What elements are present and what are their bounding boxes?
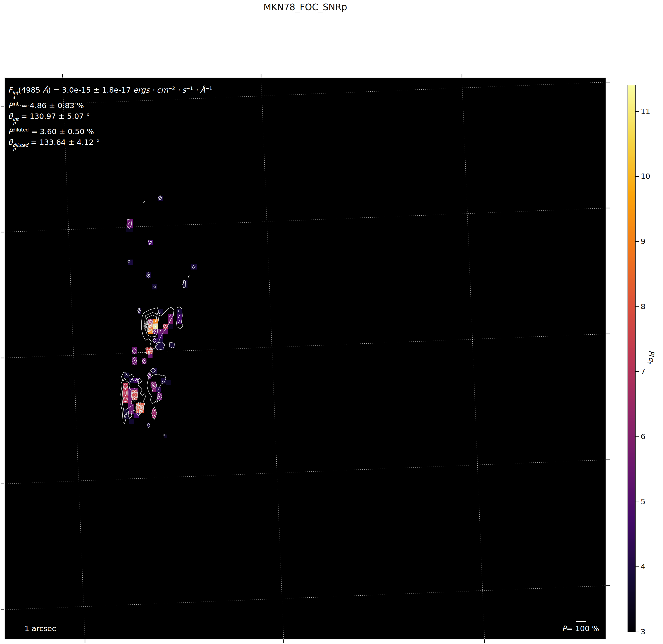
math-segment: = 4.86 ± 0.83 % [19,101,84,110]
annotation-line: Pdiluted = 3.60 ± 0.50 % [8,126,212,137]
scale-bar-label: 1 arcsec [12,624,68,633]
math-segment: F [8,86,13,94]
page-title: MKN78_FOC_SNRp [5,2,606,13]
annotation-line: θdilutedP = 133.64 ± 4.12 ° [8,137,212,152]
colorbar [627,85,636,632]
math-segment: = 133.64 ± 4.12 ° [28,138,99,147]
colorbar-tick-label: 9 [641,237,645,246]
math-segment: intP [13,117,19,126]
math-segment: θ [8,112,13,120]
heatmap-cell [158,334,163,339]
math-segment: (4985 [18,86,43,94]
heatmap-cell [132,348,137,354]
annotation-line: θintP = 130.97 ± 5.07 ° [8,111,212,126]
colorbar-tick-label: 6 [641,432,645,441]
grid-line [5,208,606,232]
heatmap-cell [164,435,167,438]
math-segment: = 3.60 ± 0.50 % [29,127,94,136]
math-segment: dilutedP [13,143,28,152]
colorbar-tick-label: 4 [641,562,645,571]
heatmap-cell [191,264,197,269]
scale-bar [12,622,68,622]
heatmap-cell [148,354,153,358]
annotation-block: Fintλ(4985 Å) = 3.0e-15 ± 1.8e-17 ergs ·… [8,85,212,152]
annotation-line: Pint = 4.86 ± 0.83 % [8,100,212,111]
colorbar-label: P/σP [647,351,656,364]
colorbar-tick [636,631,639,632]
polarization-vector [188,275,189,277]
colorbar-tick [636,176,639,177]
math-segment: −1 [186,86,193,91]
math-segment: −2 [168,86,175,91]
colorbar-tick [636,371,639,372]
math-segment: θ [8,138,13,147]
colorbar-tick [636,111,639,112]
math-segment: 100 [575,624,590,633]
math-segment: P [647,351,656,355]
math-segment: P [8,127,13,136]
colorbar-tick [636,567,639,567]
heatmap-cell [168,324,173,329]
math-segment: Å [43,86,48,94]
colorbar-tick-label: 3 [641,627,645,636]
colorbar-tick [636,307,639,307]
math-segment: int [13,101,19,107]
math-segment: % [590,624,599,633]
heatmap-cell [128,404,134,414]
annotation-line: Fintλ(4985 Å) = 3.0e-15 ± 1.8e-17 ergs ·… [8,85,212,100]
heatmap-cell [152,284,157,289]
heatmap-cell [177,309,182,314]
math-segment: diluted [13,127,29,133]
polarization-reference: P= 100 % [562,624,599,633]
heatmap-cell [129,419,134,424]
math-segment: intλ [13,91,18,100]
math-segment: = 130.97 ± 5.07 ° [19,112,90,120]
grid-line [462,78,484,639]
colorbar-tick-label: 8 [641,302,645,311]
heatmap-cell [166,380,171,385]
math-segment: ergs · cm [133,86,168,94]
plot-frame [5,78,606,639]
grid-line [5,460,606,484]
colorbar-tick [636,241,639,242]
math-segment: · s [175,86,186,94]
math-segment: / [647,355,656,357]
colorbar-tick-label: 10 [641,172,650,181]
colorbar-tick [636,437,639,437]
grid-line [5,586,606,610]
colorbar-tick-label: 7 [641,367,645,376]
grid-line [63,78,85,639]
colorbar-tick-label: 11 [641,107,650,116]
grid-line [261,78,284,639]
figure: MKN78_FOC_SNRp Fintλ(4985 Å) = 3.0e-15 ±… [0,0,663,644]
contour-dot [143,201,144,202]
math-segment: ) = 3.0e-15 ± 1.8e-17 [48,86,133,94]
math-segment: P [646,362,651,364]
heatmap-cell [134,413,139,418]
math-segment: · Å [193,86,205,94]
heatmap-layer [5,78,606,639]
math-segment: −1 [205,86,212,91]
plot-area: Fintλ(4985 Å) = 3.0e-15 ± 1.8e-17 ergs ·… [5,78,606,639]
heatmap-cell [168,314,173,319]
polarization-vector [157,400,158,402]
math-segment: P [562,624,567,633]
math-segment: = [567,624,575,633]
colorbar-tick [636,502,639,502]
math-segment: P [8,101,13,110]
math-segment: σ [647,357,656,361]
colorbar-tick-label: 5 [641,497,645,506]
heatmap-cell [153,338,158,343]
grid-line [5,334,606,358]
